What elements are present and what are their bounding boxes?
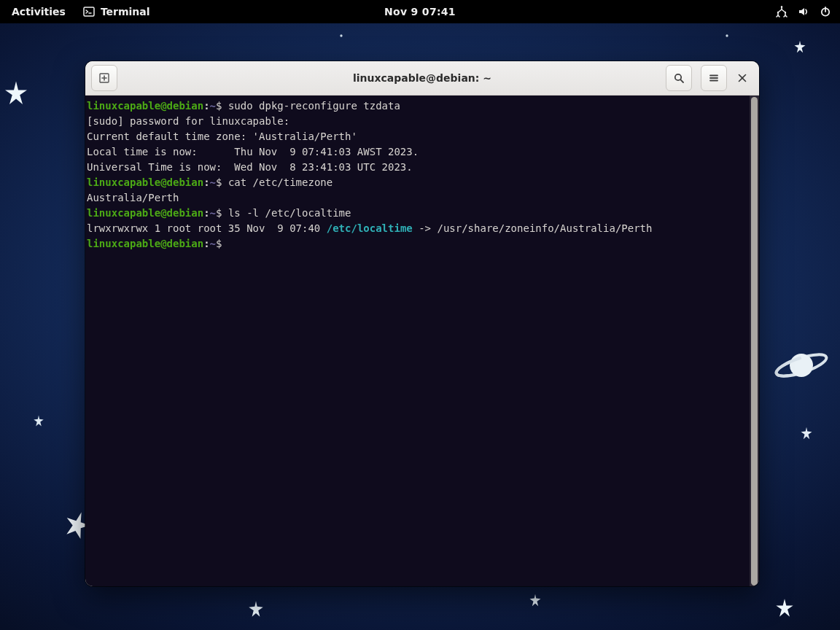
svg-point-3 — [790, 354, 813, 377]
star-icon — [32, 414, 45, 427]
terminal-line: linuxcapable@debian:~$ cat /etc/timezone — [87, 175, 750, 190]
svg-point-2 — [774, 350, 829, 380]
new-tab-button[interactable] — [91, 65, 117, 91]
svg-line-16 — [680, 79, 683, 82]
scrollbar-thumb[interactable] — [751, 97, 758, 586]
activities-label: Activities — [12, 6, 66, 18]
gnome-topbar: Activities Terminal Nov 9 07:41 — [0, 0, 840, 23]
activities-button[interactable]: Activities — [0, 6, 77, 18]
svg-point-7 — [781, 6, 782, 7]
terminal-line: linuxcapable@debian:~$ ls -l /etc/localt… — [87, 206, 750, 221]
hamburger-menu-button[interactable] — [701, 65, 727, 91]
search-button[interactable] — [666, 65, 692, 91]
app-menu[interactable]: Terminal — [77, 6, 156, 18]
power-icon[interactable] — [820, 6, 831, 18]
star-icon — [799, 426, 814, 440]
network-status-icon[interactable] — [776, 6, 788, 18]
terminal-line: linuxcapable@debian:~$ sudo dpkg-reconfi… — [87, 98, 750, 114]
search-icon — [673, 72, 685, 84]
svg-point-9 — [785, 12, 786, 13]
close-window-button[interactable] — [731, 67, 753, 89]
terminal-line: Current default time zone: 'Australia/Pe… — [87, 129, 750, 144]
clock-label: Nov 9 07:41 — [384, 6, 456, 18]
planet-icon — [773, 347, 830, 384]
star-icon — [723, 32, 731, 39]
terminal-window: linuxcapable@debian: ~ — [85, 61, 759, 586]
terminal-line: Local time is now: Thu Nov 9 07:41:03 AW… — [87, 144, 750, 160]
terminal-line: [sudo] password for linuxcapable: — [87, 114, 750, 129]
hamburger-icon — [708, 72, 720, 84]
star-icon — [3, 80, 29, 106]
terminal-output[interactable]: linuxcapable@debian:~$ sudo dpkg-reconfi… — [85, 96, 750, 586]
svg-point-0 — [340, 34, 342, 36]
desktop-background: Activities Terminal Nov 9 07:41 — [0, 0, 840, 630]
star-icon — [774, 598, 795, 618]
svg-point-8 — [777, 12, 779, 13]
terminal-line: Australia/Perth — [87, 190, 750, 206]
clock[interactable]: Nov 9 07:41 — [384, 6, 456, 18]
window-titlebar[interactable]: linuxcapable@debian: ~ — [85, 61, 759, 96]
terminal-scrollbar[interactable] — [750, 96, 759, 586]
volume-icon[interactable] — [798, 6, 809, 18]
app-menu-label: Terminal — [101, 6, 150, 18]
terminal-line: lrwxrwxrwx 1 root root 35 Nov 9 07:40 /e… — [87, 221, 750, 236]
star-icon — [793, 39, 807, 54]
terminal-app-icon — [83, 6, 95, 18]
svg-rect-5 — [84, 7, 94, 16]
new-tab-icon — [98, 72, 110, 84]
system-tray — [776, 6, 840, 18]
svg-point-4 — [774, 350, 829, 380]
terminal-line: Universal Time is now: Wed Nov 8 23:41:0… — [87, 160, 750, 175]
terminal-line: linuxcapable@debian:~$ — [87, 236, 750, 252]
close-icon — [738, 74, 747, 82]
svg-point-1 — [726, 34, 728, 36]
star-icon — [528, 593, 542, 607]
window-title: linuxcapable@debian: ~ — [85, 72, 759, 84]
star-icon — [246, 599, 265, 618]
star-icon — [338, 32, 345, 39]
